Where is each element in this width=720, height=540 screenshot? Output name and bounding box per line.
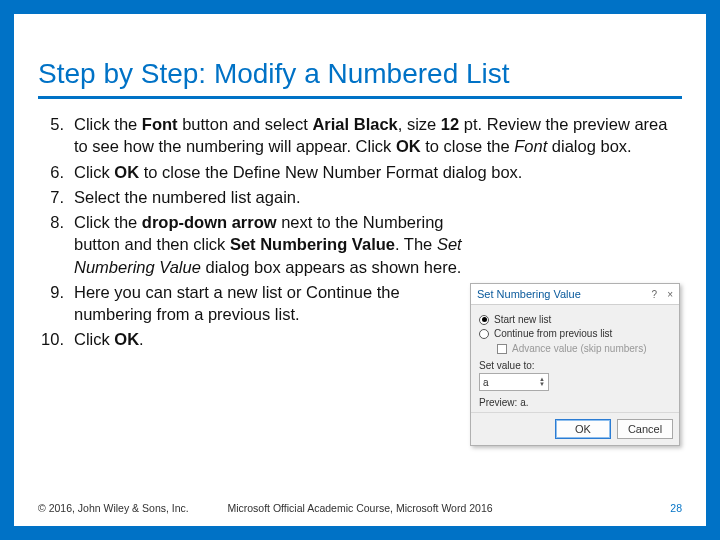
content-area: 5. Click the Font button and select Aria… (38, 113, 682, 351)
step-number: 8. (38, 211, 74, 278)
footer: © 2016, John Wiley & Sons, Inc. Microsof… (38, 502, 682, 514)
set-value-text: a (483, 377, 489, 388)
close-icon[interactable]: × (667, 289, 673, 300)
page-title: Step by Step: Modify a Numbered List (38, 58, 682, 99)
set-numbering-value-dialog: Set Numbering Value ? × Start new list C… (470, 283, 680, 446)
radio-icon (479, 315, 489, 325)
preview-label: Preview: (479, 397, 517, 408)
slide: Step by Step: Modify a Numbered List 5. … (14, 14, 706, 526)
cancel-button[interactable]: Cancel (617, 419, 673, 439)
step-text: Click OK to close the Define New Number … (74, 161, 682, 183)
step-number: 5. (38, 113, 74, 158)
set-value-input[interactable]: a ▲▼ (479, 373, 549, 391)
course-title: Microsoft Official Academic Course, Micr… (38, 502, 682, 514)
list-item: 5. Click the Font button and select Aria… (38, 113, 682, 158)
radio-start-new-list[interactable]: Start new list (479, 314, 671, 325)
step-number: 9. (38, 281, 74, 326)
set-value-label: Set value to: (479, 360, 671, 371)
preview-value: a. (520, 397, 528, 408)
step-text: Click the Font button and select Arial B… (74, 113, 682, 158)
radio-icon (479, 329, 489, 339)
list-item: 7. Select the numbered list again. (38, 186, 682, 208)
checkbox-advance-value[interactable]: Advance value (skip numbers) (497, 343, 671, 354)
preview-row: Preview: a. (479, 397, 671, 408)
radio-label: Start new list (494, 314, 551, 325)
step-number: 7. (38, 186, 74, 208)
ok-button[interactable]: OK (555, 419, 611, 439)
spinner-buttons[interactable]: ▲▼ (539, 377, 545, 387)
radio-label: Continue from previous list (494, 328, 612, 339)
radio-continue-previous[interactable]: Continue from previous list (479, 328, 671, 339)
step-text: Click the drop-down arrow next to the Nu… (74, 211, 682, 278)
dialog-buttons: OK Cancel (471, 412, 679, 445)
list-item: 6. Click OK to close the Define New Numb… (38, 161, 682, 183)
checkbox-label: Advance value (skip numbers) (512, 343, 647, 354)
list-item: 8. Click the drop-down arrow next to the… (38, 211, 682, 278)
step-number: 6. (38, 161, 74, 183)
step-text: Select the numbered list again. (74, 186, 682, 208)
help-icon[interactable]: ? (652, 289, 658, 300)
dialog-title: Set Numbering Value (477, 288, 581, 300)
step-number: 10. (38, 328, 74, 350)
dialog-body: Start new list Continue from previous li… (471, 305, 679, 412)
checkbox-icon (497, 344, 507, 354)
dialog-titlebar: Set Numbering Value ? × (471, 284, 679, 305)
